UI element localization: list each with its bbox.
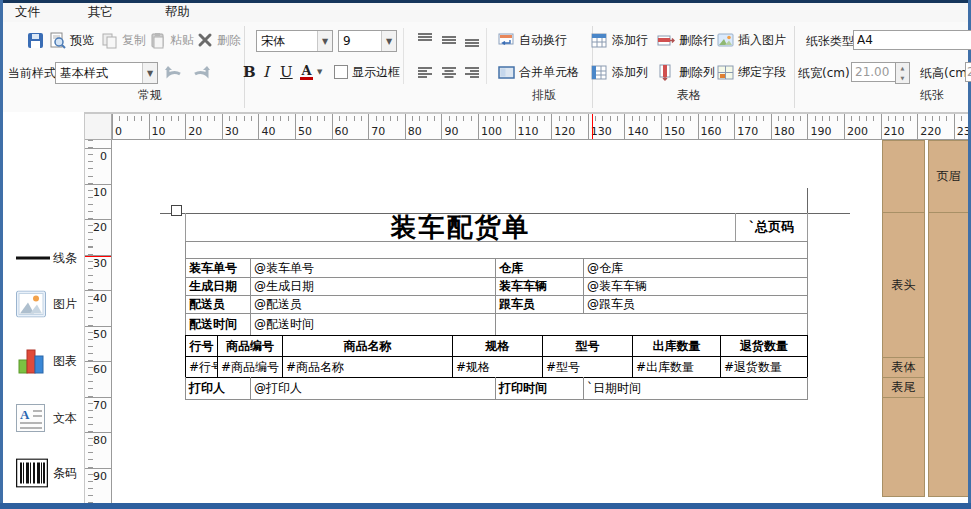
italic-button[interactable]: I bbox=[263, 60, 269, 84]
info-cell[interactable]: @装车单号 bbox=[250, 258, 496, 278]
spacer-row-cell[interactable] bbox=[185, 241, 808, 259]
item-header-cell[interactable]: 出库数量 bbox=[632, 335, 721, 357]
info-cell[interactable]: 配送员 bbox=[185, 295, 251, 314]
palette-item-line[interactable]: 线条 bbox=[3, 238, 85, 278]
palette-label: 文本 bbox=[53, 410, 77, 427]
font-family-select[interactable]: 宋体 ▼ bbox=[256, 30, 333, 52]
design-canvas[interactable]: 表头 表体 表尾 页眉 装车配货单 `总页码 装车单号 @装车单号 仓库 @仓库… bbox=[112, 140, 968, 503]
palette-label: 条码 bbox=[53, 465, 77, 482]
footer-cell[interactable]: `日期时间 bbox=[583, 377, 808, 400]
line-element-vertical[interactable] bbox=[807, 188, 808, 213]
band-table-header[interactable]: 表头 bbox=[882, 212, 925, 358]
valign-bottom-button[interactable] bbox=[464, 28, 480, 52]
item-value-cell[interactable]: #退货数量 bbox=[720, 356, 808, 378]
item-header-cell[interactable]: 行号 bbox=[185, 335, 218, 357]
add-column-button[interactable]: 添加列 bbox=[591, 60, 648, 84]
palette-item-image[interactable]: 图片 bbox=[3, 284, 85, 324]
paper-width-input[interactable] bbox=[851, 62, 897, 82]
ruler-number: 230 bbox=[957, 125, 968, 138]
bold-button[interactable]: B bbox=[243, 60, 256, 84]
delete-column-icon bbox=[657, 64, 675, 81]
copy-icon bbox=[101, 32, 118, 49]
chevron-down-icon: ▼ bbox=[317, 31, 332, 51]
redo-button[interactable] bbox=[191, 60, 211, 84]
item-header-cell[interactable]: 退货数量 bbox=[720, 335, 808, 357]
item-value-cell[interactable]: #型号 bbox=[542, 356, 633, 378]
item-header-cell[interactable]: 商品名称 bbox=[282, 335, 453, 357]
paper-height-input[interactable] bbox=[965, 62, 971, 82]
menu-file[interactable]: 文件 bbox=[5, 4, 50, 21]
info-cell[interactable]: @跟车员 bbox=[583, 295, 808, 314]
item-header-cell[interactable]: 规格 bbox=[452, 335, 543, 357]
info-cell[interactable]: 装车单号 bbox=[185, 258, 251, 278]
delete-row-label: 删除行 bbox=[679, 32, 715, 49]
info-cell[interactable]: @装车车辆 bbox=[583, 277, 808, 296]
band-segment[interactable] bbox=[882, 140, 925, 213]
band-page-header[interactable]: 页眉 bbox=[928, 140, 968, 213]
band-table-body[interactable]: 表体 bbox=[882, 357, 925, 378]
delete-button[interactable]: 删除 bbox=[197, 28, 241, 52]
info-cell[interactable]: 仓库 bbox=[495, 258, 584, 278]
item-value-cell[interactable]: #商品编号 bbox=[217, 356, 283, 378]
group-label-general: 常规 bbox=[103, 87, 197, 103]
info-cell[interactable]: 装车车辆 bbox=[495, 277, 584, 296]
footer-cell[interactable]: 打印人 bbox=[185, 377, 251, 400]
halign-right-button[interactable] bbox=[464, 60, 480, 84]
font-color-button[interactable]: A ▼ bbox=[300, 60, 322, 84]
band-table-footer[interactable]: 表尾 bbox=[882, 377, 925, 398]
halign-center-button[interactable] bbox=[441, 60, 457, 84]
paste-button[interactable]: 粘贴 bbox=[149, 28, 194, 52]
preview-button[interactable]: 预览 bbox=[49, 28, 94, 52]
page-number-cell[interactable]: `总页码 bbox=[735, 213, 808, 242]
band-segment[interactable] bbox=[882, 397, 925, 497]
word-wrap-button[interactable]: 自动换行 bbox=[498, 28, 567, 52]
info-cell[interactable]: @仓库 bbox=[583, 258, 808, 278]
checkbox-icon bbox=[334, 65, 348, 79]
info-cell[interactable]: 配送时间 bbox=[185, 313, 251, 336]
info-cell[interactable]: @配送员 bbox=[250, 295, 496, 314]
current-style-select[interactable]: 基本样式 ▼ bbox=[55, 62, 158, 84]
info-cell[interactable]: @配送时间 bbox=[250, 313, 496, 336]
footer-cell[interactable]: 打印时间 bbox=[495, 377, 584, 400]
footer-cell[interactable]: @打印人 bbox=[250, 377, 496, 400]
paper-width-spinner[interactable]: ▲▼ bbox=[895, 62, 910, 84]
save-button[interactable] bbox=[27, 28, 44, 52]
item-value-cell[interactable]: #出库数量 bbox=[632, 356, 721, 378]
delete-column-button[interactable]: 删除列 bbox=[657, 60, 715, 84]
copy-button[interactable]: 复制 bbox=[101, 28, 146, 52]
add-row-button[interactable]: 添加行 bbox=[591, 28, 648, 52]
undo-button[interactable] bbox=[164, 60, 184, 84]
item-header-cell[interactable]: 商品编号 bbox=[217, 335, 283, 357]
info-cell[interactable] bbox=[495, 313, 808, 336]
item-value-cell[interactable]: #规格 bbox=[452, 356, 543, 378]
info-cell[interactable]: @生成日期 bbox=[250, 277, 496, 296]
merge-cells-button[interactable]: 合并单元格 bbox=[498, 60, 579, 84]
bind-field-button[interactable]: 绑定字段 bbox=[717, 60, 786, 84]
delete-label: 删除 bbox=[217, 32, 241, 49]
halign-left-button[interactable] bbox=[417, 60, 433, 84]
font-size-select[interactable]: 9 ▼ bbox=[338, 30, 397, 52]
report-title-cell[interactable]: 装车配货单 bbox=[185, 213, 736, 242]
valign-top-button[interactable] bbox=[417, 28, 433, 52]
insert-image-button[interactable]: 插入图片 bbox=[717, 28, 786, 52]
info-cell[interactable]: 跟车员 bbox=[495, 295, 584, 314]
item-header-cell[interactable]: 型号 bbox=[542, 335, 633, 357]
menu-help[interactable]: 帮助 bbox=[155, 4, 200, 21]
selection-handle[interactable] bbox=[171, 205, 182, 216]
band-page-body[interactable] bbox=[928, 212, 968, 497]
show-border-checkbox[interactable]: 显示边框 bbox=[334, 60, 400, 84]
item-value-cell[interactable]: #商品名称 bbox=[282, 356, 453, 378]
menu-other[interactable]: 其它 bbox=[78, 4, 123, 21]
underline-button[interactable]: U bbox=[280, 60, 293, 84]
palette-item-barcode[interactable]: 条码 bbox=[3, 453, 85, 493]
delete-row-button[interactable]: 删除行 bbox=[657, 28, 715, 52]
palette-item-text[interactable]: A 文本 bbox=[3, 398, 85, 438]
ruler-minor-ticks bbox=[112, 116, 968, 121]
item-value-cell[interactable]: #行号 bbox=[185, 356, 218, 378]
info-cell[interactable]: 生成日期 bbox=[185, 277, 251, 296]
palette-item-chart[interactable]: 图表 bbox=[3, 341, 85, 381]
bind-field-label: 绑定字段 bbox=[738, 64, 786, 81]
font-family-value: 宋体 bbox=[257, 33, 317, 50]
paper-type-input[interactable] bbox=[853, 30, 971, 50]
valign-middle-button[interactable] bbox=[441, 28, 457, 52]
